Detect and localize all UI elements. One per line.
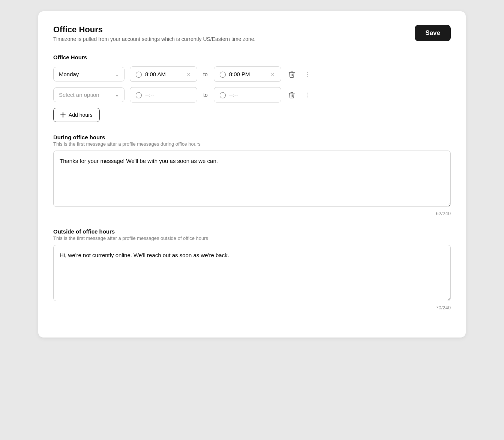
hours-row-2: Select an option ⌄ ◯ --:-- to ◯ --:-- [53, 87, 451, 102]
clock-icon-end-1: ◯ [219, 71, 226, 78]
header: Office Hours Timezone is pulled from you… [53, 25, 451, 42]
end-time-value-1: 8:00 PM [229, 71, 267, 77]
end-time-placeholder-2: --:-- [229, 92, 276, 98]
during-office-hours-section: During office hours This is the first me… [53, 134, 451, 216]
day-select-empty[interactable]: Select an option ⌄ [53, 87, 124, 102]
outside-office-textarea[interactable]: Hi, we're not currently online. We'll re… [53, 245, 451, 301]
outside-office-char-count: 70/240 [53, 305, 451, 310]
more-options-row-1-button[interactable] [302, 69, 312, 79]
during-office-char-count: 62/240 [53, 211, 451, 216]
during-office-textarea[interactable]: Thanks for your message! We'll be with y… [53, 151, 451, 207]
start-time-input-2[interactable]: ◯ --:-- [130, 87, 197, 102]
clear-start-time-1[interactable]: ⦻ [186, 71, 192, 77]
clock-icon-start-1: ◯ [135, 71, 142, 78]
svg-point-5 [307, 96, 308, 97]
day-select-value: Monday [59, 71, 79, 77]
clock-icon-start-2: ◯ [135, 91, 142, 98]
end-time-input-1[interactable]: ◯ 8:00 PM ⦻ [214, 66, 281, 82]
to-label-1: to [202, 71, 208, 77]
start-time-input-1[interactable]: ◯ 8:00 AM ⦻ [130, 66, 197, 82]
day-select-monday[interactable]: Monday ⌄ [53, 67, 124, 81]
outside-office-subtitle: This is the first message after a profil… [53, 235, 451, 241]
day-select-placeholder: Select an option [59, 92, 99, 98]
office-hours-card: Office Hours Timezone is pulled from you… [38, 11, 466, 338]
to-label-2: to [202, 92, 208, 98]
chevron-down-icon: ⌄ [115, 72, 119, 77]
during-office-title: During office hours [53, 134, 451, 140]
hours-row-1: Monday ⌄ ◯ 8:00 AM ⦻ to ◯ 8:00 PM ⦻ [53, 66, 451, 82]
svg-point-0 [307, 72, 308, 72]
save-button[interactable]: Save [415, 25, 451, 41]
outside-office-hours-section: Outside of office hours This is the firs… [53, 228, 451, 310]
clock-icon-end-2: ◯ [219, 91, 226, 98]
chevron-down-icon-2: ⌄ [115, 92, 119, 98]
delete-row-2-button[interactable] [286, 90, 297, 100]
svg-point-4 [307, 94, 308, 95]
clear-end-time-1[interactable]: ⦻ [270, 71, 276, 77]
office-hours-section-title: Office Hours [53, 54, 451, 60]
delete-row-1-button[interactable] [286, 69, 297, 80]
page-title: Office Hours [53, 25, 256, 35]
start-time-value-1: 8:00 AM [145, 71, 183, 77]
svg-point-2 [307, 76, 308, 77]
end-time-input-2[interactable]: ◯ --:-- [214, 87, 281, 102]
page-subtitle: Timezone is pulled from your account set… [53, 36, 256, 42]
office-hours-section: Office Hours Monday ⌄ ◯ 8:00 AM ⦻ to ◯ 8… [53, 54, 451, 122]
outside-office-title: Outside of office hours [53, 228, 451, 235]
add-hours-label: Add hours [69, 112, 93, 118]
header-text: Office Hours Timezone is pulled from you… [53, 25, 256, 42]
svg-point-3 [307, 92, 308, 93]
start-time-placeholder-2: --:-- [145, 92, 192, 98]
during-office-subtitle: This is the first message after a profil… [53, 141, 451, 147]
svg-point-1 [307, 74, 308, 74]
more-options-row-2-button[interactable] [302, 90, 312, 100]
add-hours-button[interactable]: Add hours [53, 108, 100, 122]
